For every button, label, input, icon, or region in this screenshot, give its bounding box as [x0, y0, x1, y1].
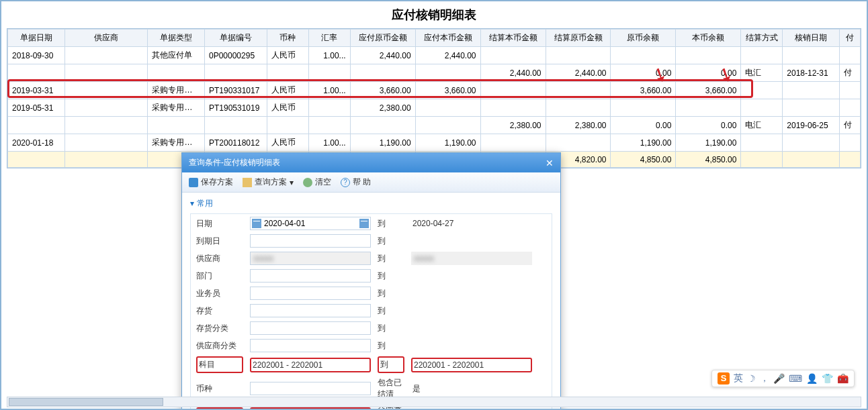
subject-to-input[interactable]: 2202001 - 2202001: [411, 358, 532, 372]
table-cell[interactable]: [64, 117, 148, 134]
table-cell[interactable]: 0.00: [676, 64, 741, 82]
table-cell[interactable]: 2,440.00: [415, 47, 480, 64]
col-header[interactable]: 单据类型: [148, 30, 205, 47]
table-cell[interactable]: 2,380.00: [350, 99, 415, 117]
table-cell[interactable]: [64, 64, 148, 82]
table-cell[interactable]: [480, 99, 546, 117]
table-cell[interactable]: [741, 99, 783, 117]
table-cell[interactable]: 人民币: [267, 47, 308, 64]
table-cell[interactable]: [676, 47, 741, 64]
moon-icon[interactable]: ☽: [747, 373, 756, 384]
table-cell[interactable]: [783, 82, 840, 99]
col-header[interactable]: 结算本币金额: [480, 30, 546, 47]
table-cell[interactable]: 采购专用发票: [148, 82, 205, 99]
currency-input[interactable]: [250, 382, 371, 395]
skin-icon[interactable]: 👕: [822, 373, 833, 384]
table-cell[interactable]: 其他应付单: [148, 47, 205, 64]
stockcat-from-input[interactable]: [250, 321, 371, 335]
table-cell[interactable]: 1,190.00: [611, 134, 676, 152]
col-header[interactable]: 应付本币金额: [415, 30, 480, 47]
table-cell[interactable]: [204, 64, 267, 82]
table-cell[interactable]: [783, 99, 840, 117]
table-cell[interactable]: [741, 82, 783, 99]
col-header[interactable]: 原币余额: [611, 30, 676, 47]
table-cell[interactable]: 采购专用发票: [148, 134, 205, 152]
table-row[interactable]: 2018-09-30其他应付单0P00000295人民币1.00...2,440…: [8, 47, 861, 64]
table-cell[interactable]: [64, 152, 148, 168]
table-cell[interactable]: 2018-12-31: [783, 64, 840, 82]
table-cell[interactable]: [267, 64, 308, 82]
table-cell[interactable]: 1.00...: [308, 134, 350, 152]
table-cell[interactable]: 人民币: [267, 134, 308, 152]
table-cell[interactable]: [148, 117, 205, 134]
mic-icon[interactable]: 🎤: [773, 373, 785, 384]
table-cell[interactable]: [204, 117, 267, 134]
table-cell[interactable]: 2020-01-18: [8, 134, 65, 152]
save-scheme-button[interactable]: 保存方案: [189, 176, 233, 188]
table-cell[interactable]: 1,190.00: [415, 134, 480, 152]
col-header[interactable]: 币种: [267, 30, 308, 47]
table-cell[interactable]: PT190531019: [204, 99, 267, 117]
supplier-from-input[interactable]: xxxxx: [250, 252, 371, 265]
table-cell[interactable]: PT200118012: [204, 134, 267, 152]
help-button[interactable]: ?帮 助: [341, 176, 371, 188]
ime-mode-label[interactable]: 英: [734, 372, 743, 385]
table-cell[interactable]: 3,660.00: [415, 82, 480, 99]
table-cell[interactable]: 付: [839, 117, 860, 134]
table-cell[interactable]: [676, 99, 741, 117]
table-cell[interactable]: 2018-09-30: [8, 47, 65, 64]
col-header[interactable]: 单据日期: [8, 30, 65, 47]
table-cell[interactable]: 2,380.00: [546, 117, 611, 134]
col-header[interactable]: 结算原币金额: [546, 30, 611, 47]
table-cell[interactable]: [415, 99, 480, 117]
table-cell[interactable]: 2,440.00: [546, 64, 611, 82]
table-cell[interactable]: 1,190.00: [350, 134, 415, 152]
table-cell[interactable]: [148, 64, 205, 82]
table-cell[interactable]: [64, 82, 148, 99]
table-cell[interactable]: [741, 134, 783, 152]
table-cell[interactable]: 2,440.00: [480, 64, 546, 82]
table-cell[interactable]: PT190331017: [204, 82, 267, 99]
col-header[interactable]: 供应商: [64, 30, 148, 47]
query-scheme-button[interactable]: 查询方案▾: [243, 176, 294, 188]
toolbox-icon[interactable]: 🧰: [837, 373, 849, 384]
table-cell[interactable]: 3,660.00: [350, 82, 415, 99]
scrollbar-thumb[interactable]: [9, 398, 163, 406]
table-cell[interactable]: [741, 152, 783, 168]
due-from-input[interactable]: [250, 234, 371, 248]
table-cell[interactable]: [267, 117, 308, 134]
table-cell[interactable]: [611, 99, 676, 117]
table-cell[interactable]: [839, 134, 860, 152]
col-header[interactable]: 单据编号: [204, 30, 267, 47]
table-cell[interactable]: [64, 134, 148, 152]
date-from-input[interactable]: 2020-04-01: [250, 217, 371, 230]
table-cell[interactable]: [415, 117, 480, 134]
table-cell[interactable]: [783, 47, 840, 64]
table-cell[interactable]: 2019-06-25: [783, 117, 840, 134]
table-cell[interactable]: [839, 47, 860, 64]
clear-button[interactable]: 清空: [303, 176, 331, 188]
person-icon[interactable]: 👤: [806, 373, 818, 384]
ime-toolbar[interactable]: S 英 ☽ ， 🎤 ⌨ 👤 👕 🧰: [711, 370, 855, 387]
table-cell[interactable]: [480, 134, 546, 152]
col-header[interactable]: 应付原币金额: [350, 30, 415, 47]
table-cell[interactable]: [783, 134, 840, 152]
table-cell[interactable]: 电汇: [741, 64, 783, 82]
table-cell[interactable]: 2,380.00: [480, 117, 546, 134]
table-cell[interactable]: 4,850.00: [676, 152, 741, 168]
subject-from-input[interactable]: 2202001 - 2202001: [250, 358, 371, 372]
table-cell[interactable]: 0.00: [611, 117, 676, 134]
table-cell[interactable]: [480, 82, 546, 99]
table-cell[interactable]: [480, 47, 546, 64]
table-cell[interactable]: 电汇: [741, 117, 783, 134]
table-row[interactable]: 2020-01-18采购专用发票PT200118012人民币1.00...1,1…: [8, 134, 861, 152]
stock-from-input[interactable]: [250, 304, 371, 317]
table-row[interactable]: 2,440.002,440.000.000.00电汇2018-12-31付: [8, 64, 861, 82]
table-cell[interactable]: 1,190.00: [676, 134, 741, 152]
table-cell[interactable]: [8, 152, 65, 168]
table-cell[interactable]: 付: [839, 64, 860, 82]
table-cell[interactable]: [308, 64, 350, 82]
table-cell[interactable]: [64, 99, 148, 117]
table-cell[interactable]: [839, 152, 860, 168]
table-row[interactable]: 2,380.002,380.000.000.00电汇2019-06-25付: [8, 117, 861, 134]
